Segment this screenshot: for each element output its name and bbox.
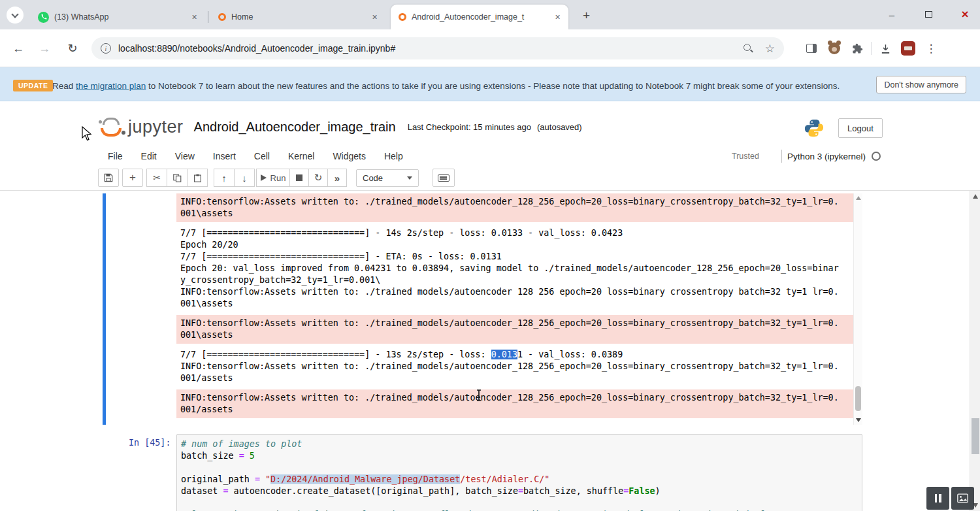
close-tab-icon[interactable]: × <box>189 12 200 23</box>
close-tab-icon[interactable]: × <box>552 12 563 23</box>
menu-view[interactable]: View <box>175 151 195 161</box>
page-scrollbar[interactable] <box>970 191 980 511</box>
back-button[interactable]: ← <box>9 39 27 58</box>
cell-output-area: INFO:tensorflow:Assets written to: ./tra… <box>176 193 853 425</box>
tab-separator <box>208 11 208 23</box>
cell-type-select[interactable]: Code <box>356 169 419 187</box>
tab-title: (13) WhatsApp <box>54 12 185 22</box>
browser-navbar: ← → ↻ i localhost:8890/notebooks/Android… <box>0 29 980 67</box>
page-scrollbar-thumb[interactable] <box>972 418 979 454</box>
save-button[interactable] <box>98 169 119 187</box>
tab-whatsapp[interactable]: (13) WhatsApp × <box>30 5 205 29</box>
bear-extension-icon[interactable] <box>825 39 843 58</box>
window-maximize-button[interactable] <box>913 0 943 29</box>
overlay-pause-button[interactable] <box>926 487 949 510</box>
url-text[interactable]: localhost:8890/notebooks/Android_Autoenc… <box>118 43 743 54</box>
output-line: 001/assets <box>180 372 849 384</box>
address-bar[interactable]: i localhost:8890/notebooks/Android_Autoe… <box>91 37 784 59</box>
code-line: batch_size = 5 <box>181 450 862 462</box>
reload-button[interactable]: ↻ <box>63 39 82 58</box>
code-line: # num of images to plot <box>181 438 862 450</box>
browser-menu-button[interactable]: ⋮ <box>922 39 940 58</box>
stop-icon <box>296 174 302 181</box>
jupyter-logo-icon[interactable] <box>98 114 125 139</box>
image-icon <box>957 493 968 503</box>
restart-run-all-button[interactable]: » <box>327 169 347 187</box>
menu-divider <box>781 150 782 163</box>
code-line-empty <box>181 497 862 509</box>
code-line-empty <box>181 462 862 474</box>
output-scrollbar-thumb[interactable] <box>855 386 861 411</box>
selected-text: 0.013 <box>491 350 517 359</box>
window-minimize-button[interactable]: – <box>877 0 907 29</box>
tab-home[interactable]: Home × <box>210 5 385 29</box>
trusted-badge[interactable]: Trusted <box>732 152 759 161</box>
panel-icon <box>806 44 817 53</box>
migration-plan-link[interactable]: the migration plan <box>76 81 146 91</box>
paste-icon <box>193 174 202 182</box>
new-tab-button[interactable]: + <box>578 7 595 24</box>
window-close-button[interactable]: × <box>950 0 980 29</box>
tab-title: Android_Autoencoder_image_t <box>412 12 548 22</box>
downloads-button[interactable] <box>876 39 894 58</box>
output-scrollbar[interactable] <box>853 193 862 425</box>
puzzle-icon <box>852 43 863 54</box>
python-logo-icon <box>804 118 824 138</box>
chevron-down-icon <box>407 176 412 180</box>
command-palette-button[interactable] <box>433 169 455 187</box>
notebook-title[interactable]: Android_Autoencoder_image_train <box>194 120 396 135</box>
add-cell-button[interactable]: + <box>122 169 143 187</box>
scroll-down-arrow[interactable] <box>856 418 861 422</box>
overlay-screenshot-button[interactable] <box>951 487 974 510</box>
scroll-up-arrow[interactable] <box>973 194 978 199</box>
cut-cell-button[interactable]: ✂ <box>146 169 167 187</box>
stderr-output: INFO:tensorflow:Assets written to: ./tra… <box>176 315 853 344</box>
jupyter-icon <box>399 13 406 21</box>
menu-widgets[interactable]: Widgets <box>333 151 366 161</box>
cell-input-prompt: In [45]: <box>129 438 171 448</box>
run-icon <box>261 174 267 181</box>
profile-extension-icon[interactable] <box>899 39 917 58</box>
logout-button[interactable]: Logout <box>838 118 883 138</box>
notebook-toolbar: + ✂ ↑ ↓ Run ↻ » <box>0 167 980 191</box>
menubar: File Edit View Insert Cell Kernel Widget… <box>0 145 980 167</box>
stdout-output: 7/7 [==============================] - 1… <box>176 222 853 315</box>
tab-search-button[interactable] <box>7 7 24 24</box>
bookmark-star-icon[interactable]: ☆ <box>765 42 775 56</box>
move-cell-down-button[interactable]: ↓ <box>234 169 255 187</box>
stderr-output: INFO:tensorflow:Assets written to: ./tra… <box>176 193 853 222</box>
output-line: INFO:tensorflow:Assets written to: ./tra… <box>180 196 849 208</box>
scroll-up-arrow[interactable] <box>856 196 861 200</box>
dismiss-banner-button[interactable]: Don't show anymore <box>876 76 966 93</box>
menu-insert[interactable]: Insert <box>213 151 236 161</box>
checkpoint-status: Last Checkpoint: 15 minutes ago <box>408 122 531 132</box>
output-line: 001/assets <box>180 404 849 416</box>
close-tab-icon[interactable]: × <box>369 12 380 23</box>
code-editor[interactable]: # num of images to plot batch_size = 5 o… <box>176 434 862 511</box>
tab-title: Home <box>231 12 365 22</box>
move-cell-up-button[interactable]: ↑ <box>214 169 235 187</box>
forward-button[interactable]: → <box>35 39 54 58</box>
restart-kernel-button[interactable]: ↻ <box>308 169 328 187</box>
menu-kernel[interactable]: Kernel <box>288 151 314 161</box>
jupyter-wordmark[interactable]: jupyter <box>128 117 184 137</box>
copy-cell-button[interactable] <box>167 169 188 187</box>
zoom-icon[interactable] <box>743 43 753 54</box>
run-cell-button[interactable]: Run <box>256 169 290 187</box>
kernel-idle-indicator <box>872 152 881 161</box>
extensions-puzzle-icon[interactable] <box>848 39 866 58</box>
maximize-icon <box>925 11 932 18</box>
menu-edit[interactable]: Edit <box>141 151 157 161</box>
interrupt-kernel-button[interactable] <box>289 169 309 187</box>
menu-cell[interactable]: Cell <box>254 151 270 161</box>
paste-cell-button[interactable] <box>187 169 208 187</box>
output-line: INFO:tensorflow:Assets written to: ./tra… <box>180 286 849 298</box>
menu-help[interactable]: Help <box>384 151 403 161</box>
side-panel-icon[interactable] <box>802 39 821 58</box>
site-info-icon[interactable]: i <box>101 43 111 54</box>
menu-file[interactable]: File <box>108 151 123 161</box>
output-line: Epoch 20: val_loss improved from 0.04231… <box>180 263 849 274</box>
selected-text: D:/2024/Android_Malware_jpeg/Dataset <box>270 474 460 484</box>
jupyter-icon <box>218 13 226 21</box>
tab-notebook-active[interactable]: Android_Autoencoder_image_t × <box>391 5 568 29</box>
